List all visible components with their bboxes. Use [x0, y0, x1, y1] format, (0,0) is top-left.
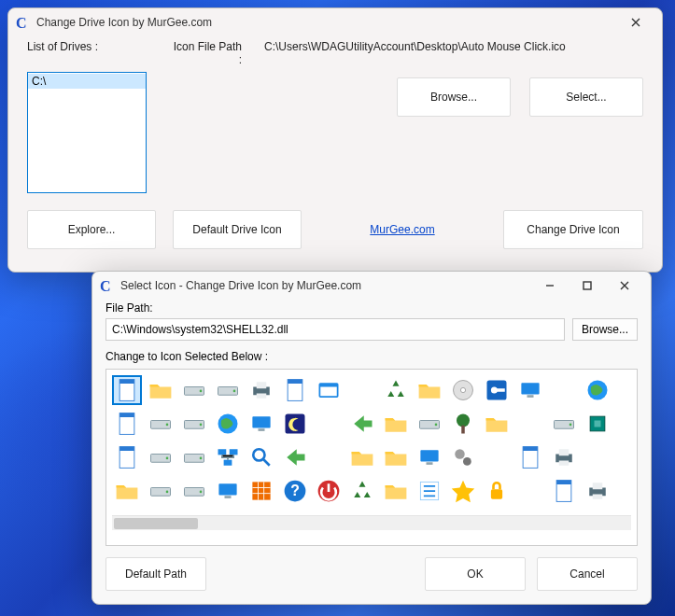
svg-rect-72 [556, 481, 571, 484]
disc-icon[interactable] [448, 375, 478, 405]
svg-point-33 [435, 424, 438, 427]
icon-grid[interactable]: ? [112, 375, 631, 508]
svg-rect-55 [523, 447, 538, 451]
folder-icon[interactable] [146, 375, 176, 405]
drive-stack-icon[interactable] [179, 442, 209, 472]
gears-icon[interactable] [448, 442, 478, 472]
globe-icon[interactable] [213, 409, 243, 439]
main-window: C Change Drive Icon by MurGee.com List o… [7, 7, 663, 273]
default-path-button[interactable]: Default Path [105, 557, 206, 591]
murgee-link[interactable]: MurGee.com [318, 223, 486, 236]
maximize-icon[interactable] [569, 273, 606, 298]
ok-button[interactable]: OK [425, 557, 526, 591]
folder-grid-icon[interactable] [415, 375, 444, 405]
svg-rect-63 [218, 483, 236, 495]
select-button[interactable]: Select... [529, 77, 643, 117]
folder-a-icon[interactable] [381, 442, 411, 472]
power-icon[interactable] [314, 476, 344, 506]
moon-icon[interactable] [280, 409, 310, 439]
net-folder-icon[interactable] [347, 442, 377, 472]
drive-icon[interactable] [179, 375, 209, 405]
minimize-icon[interactable] [531, 273, 569, 298]
drive-net-icon[interactable] [179, 409, 209, 439]
list-icon[interactable] [415, 476, 444, 506]
svg-rect-39 [595, 421, 601, 427]
magnifier-globe-icon[interactable] [583, 375, 612, 405]
chip-icon[interactable] [583, 409, 612, 439]
drive-icon[interactable] [146, 476, 176, 506]
icon-blank [549, 375, 579, 405]
svg-rect-30 [259, 428, 265, 431]
icon-blank [347, 375, 377, 405]
monitor-chart-icon[interactable] [246, 409, 276, 439]
svg-point-34 [457, 414, 470, 427]
printer2-icon[interactable] [549, 442, 579, 472]
horizontal-scrollbar[interactable] [112, 515, 631, 530]
svg-rect-13 [319, 384, 337, 387]
recycle-icon[interactable] [381, 375, 411, 405]
app-icon: C [16, 15, 31, 30]
change-icon-button[interactable]: Change Drive Icon [503, 210, 643, 249]
icon-blank [616, 476, 646, 506]
printer3-icon[interactable] [583, 476, 612, 506]
drive2-icon[interactable] [415, 409, 444, 439]
page-icon[interactable] [112, 442, 142, 472]
svg-rect-50 [420, 450, 438, 461]
icon-blank [616, 442, 646, 472]
grid-icon[interactable] [246, 476, 276, 506]
network-icon[interactable] [213, 442, 243, 472]
help-icon[interactable]: ? [280, 476, 310, 506]
svg-rect-65 [252, 482, 270, 499]
computer-icon[interactable] [415, 442, 444, 472]
help-drive-icon[interactable] [549, 409, 579, 439]
svg-point-17 [491, 387, 498, 394]
file-path-input[interactable] [105, 318, 565, 341]
screens-icon[interactable] [515, 375, 545, 405]
svg-rect-19 [521, 383, 539, 394]
folder-open-icon[interactable] [381, 409, 411, 439]
svg-rect-23 [120, 413, 134, 417]
search-icon[interactable] [246, 442, 276, 472]
svg-point-4 [200, 390, 203, 393]
browse-button[interactable]: Browse... [397, 77, 511, 117]
clock-doc-icon[interactable] [280, 375, 310, 405]
lock-icon[interactable] [482, 476, 512, 506]
page-blank-icon[interactable] [515, 442, 545, 472]
drive-list[interactable]: C:\ [27, 72, 147, 193]
drive-icon[interactable] [146, 442, 176, 472]
monitor-icon[interactable] [213, 476, 243, 506]
svg-point-52 [455, 449, 465, 459]
svg-rect-51 [427, 462, 433, 465]
folder-icon[interactable] [112, 476, 142, 506]
recycle-icon[interactable] [347, 476, 377, 506]
drive-icon[interactable] [146, 409, 176, 439]
explore-button[interactable]: Explore... [27, 210, 156, 249]
page-search-icon[interactable] [549, 476, 579, 506]
star-icon[interactable] [448, 476, 478, 506]
drive-icon[interactable] [179, 476, 209, 506]
drive-dark-icon[interactable] [213, 375, 243, 405]
key-icon[interactable] [482, 375, 512, 405]
default-icon-button[interactable]: Default Drive Icon [173, 210, 302, 249]
doc-sel-icon[interactable] [112, 409, 142, 439]
svg-rect-18 [497, 388, 505, 392]
svg-text:?: ? [290, 483, 300, 498]
folder-y-icon[interactable] [482, 409, 512, 439]
document-icon[interactable] [112, 375, 142, 405]
browse-button[interactable]: Browse... [572, 318, 638, 341]
folder-icon[interactable] [381, 476, 411, 506]
arrow-green-icon[interactable] [280, 442, 310, 472]
cancel-button[interactable]: Cancel [537, 557, 638, 591]
drive-list-item[interactable]: C:\ [28, 74, 146, 89]
svg-rect-9 [257, 394, 267, 399]
printer-icon[interactable] [246, 375, 276, 405]
svg-rect-70 [491, 489, 502, 499]
svg-rect-74 [593, 483, 603, 489]
share-arrow-icon[interactable] [347, 409, 377, 439]
tree-icon[interactable] [448, 409, 478, 439]
icon-grid-box: ? [105, 369, 638, 546]
close-icon[interactable] [606, 273, 643, 298]
svg-rect-2 [120, 380, 134, 384]
close-icon[interactable] [617, 10, 654, 35]
window-icon[interactable] [314, 375, 344, 405]
